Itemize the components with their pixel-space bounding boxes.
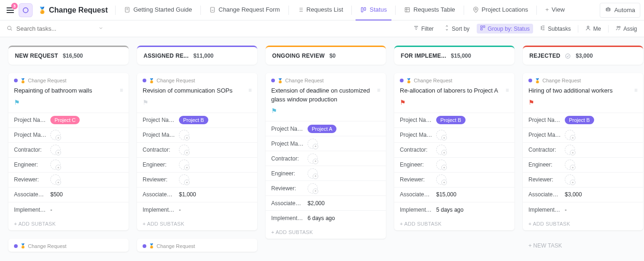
- column-header[interactable]: NEW REQUEST $16,500: [8, 46, 129, 65]
- tab-project-locations[interactable]: Project Locations: [468, 0, 533, 20]
- field-project[interactable]: Project Name:Project B: [394, 113, 514, 128]
- field-impl[interactable]: Implementat...-: [8, 202, 129, 217]
- field-contractor[interactable]: Contractor:: [523, 143, 643, 158]
- add-subtask-button[interactable]: + ADD SUBTASK: [266, 226, 386, 239]
- field-impl[interactable]: Implementat...-: [523, 202, 643, 217]
- assign-person-icon[interactable]: [50, 174, 61, 185]
- svg-point-17: [566, 54, 570, 58]
- card-title: Re-allocation of laborers to Project A: [400, 87, 498, 94]
- field-impl[interactable]: Implementat...6 days ago: [266, 211, 386, 226]
- field-engineer[interactable]: Engineer:: [137, 158, 257, 173]
- search-box[interactable]: [4, 25, 102, 33]
- field-contractor[interactable]: Contractor:: [394, 143, 514, 158]
- assign-person-icon[interactable]: [308, 168, 318, 179]
- add-subtask-button[interactable]: + ADD SUBTASK: [523, 217, 643, 230]
- tab-change-request-form[interactable]: Change Request Form: [205, 0, 285, 20]
- assign-person-icon[interactable]: [50, 160, 61, 170]
- assign-person-icon[interactable]: [565, 160, 575, 170]
- task-card[interactable]: 🏅 Change Request Re-allocation of labore…: [394, 73, 514, 230]
- field-pm[interactable]: Project Man...: [266, 136, 386, 151]
- field-pm[interactable]: Project Man...: [8, 128, 129, 143]
- field-engineer[interactable]: Engineer:: [266, 166, 386, 181]
- field-engineer[interactable]: Engineer:: [394, 158, 514, 173]
- chevron-down-icon[interactable]: [98, 26, 103, 32]
- field-reviewer[interactable]: Reviewer:: [8, 173, 129, 187]
- field-engineer[interactable]: Engineer:: [8, 158, 129, 173]
- field-impl[interactable]: Implementat...-: [137, 202, 257, 217]
- assign-person-icon[interactable]: [179, 130, 189, 140]
- field-cost[interactable]: Associated ...$3,000: [523, 187, 643, 202]
- tab-status[interactable]: Status: [356, 0, 391, 20]
- field-pm[interactable]: Project Man...: [523, 128, 643, 143]
- field-engineer[interactable]: Engineer:: [523, 158, 643, 173]
- field-cost[interactable]: Associated ...$500: [8, 187, 129, 202]
- task-card[interactable]: 🏅 Change Request: [137, 239, 257, 252]
- assign-person-icon[interactable]: [565, 130, 575, 140]
- field-project[interactable]: Project Name:Project B: [523, 113, 643, 128]
- field-reviewer[interactable]: Reviewer:: [523, 173, 643, 187]
- assign-person-icon[interactable]: [179, 160, 189, 170]
- assign-person-icon[interactable]: [436, 145, 446, 155]
- menu-button[interactable]: 3: [4, 4, 17, 17]
- group-by-button[interactable]: Group by: Status: [477, 24, 533, 33]
- column-header[interactable]: ONGOING REVIEW $0: [266, 46, 386, 65]
- field-project[interactable]: Project Name:Project A: [266, 121, 386, 136]
- field-reviewer[interactable]: Reviewer:: [266, 181, 386, 196]
- field-cost[interactable]: Associated ...$15,000: [394, 187, 514, 202]
- field-contractor[interactable]: Contractor:: [137, 143, 257, 158]
- tab-requests-table[interactable]: Requests Table: [399, 0, 459, 20]
- assignees-button[interactable]: Assig: [612, 24, 640, 33]
- workspace-button[interactable]: [19, 3, 33, 17]
- assign-person-icon[interactable]: [565, 145, 575, 155]
- task-card[interactable]: 🏅 Change Request Hiring of two additiona…: [523, 73, 643, 230]
- field-cost[interactable]: Associated ...$2,000: [266, 196, 386, 211]
- assign-person-icon[interactable]: [436, 174, 446, 185]
- page-title-group[interactable]: 🏅 Change Request: [34, 6, 111, 14]
- add-subtask-button[interactable]: + ADD SUBTASK: [394, 217, 514, 230]
- filter-button[interactable]: Filter: [410, 24, 437, 33]
- add-subtask-button[interactable]: + ADD SUBTASK: [8, 217, 129, 230]
- field-contractor[interactable]: Contractor:: [266, 151, 386, 166]
- field-project[interactable]: Project Name:Project B: [137, 113, 257, 128]
- assign-person-icon[interactable]: [308, 183, 318, 194]
- field-pm[interactable]: Project Man...: [394, 128, 514, 143]
- flag-icon[interactable]: ⚑: [271, 107, 380, 114]
- field-pm[interactable]: Project Man...: [137, 128, 257, 143]
- field-impl[interactable]: Implementat...5 days ago: [394, 202, 514, 217]
- flag-icon[interactable]: ⚑: [143, 99, 252, 106]
- add-subtask-button[interactable]: + ADD SUBTASK: [137, 217, 257, 230]
- field-project[interactable]: Project Name:Project C: [8, 113, 129, 128]
- task-card[interactable]: 🏅 Change Request Repainting of bathroom …: [8, 73, 129, 230]
- flag-icon[interactable]: ⚑: [14, 99, 123, 106]
- field-reviewer[interactable]: Reviewer:: [137, 173, 257, 187]
- field-reviewer[interactable]: Reviewer:: [394, 173, 514, 187]
- tab-requests-list[interactable]: Requests List: [293, 0, 348, 20]
- assign-person-icon[interactable]: [308, 154, 318, 164]
- flag-icon[interactable]: ⚑: [528, 99, 637, 106]
- add-view-button[interactable]: + View: [541, 0, 569, 20]
- task-card[interactable]: 🏅 Change Request Revision of communicati…: [137, 73, 257, 230]
- me-button[interactable]: Me: [582, 24, 604, 33]
- column-header[interactable]: REJECTED $3,000: [523, 46, 643, 65]
- assign-person-icon[interactable]: [436, 160, 446, 170]
- field-cost[interactable]: Associated ...$1,000: [137, 187, 257, 202]
- column-header[interactable]: FOR IMPLEME... $15,000: [394, 46, 514, 65]
- column-header[interactable]: ASSIGNED RE... $11,000: [137, 46, 257, 65]
- assign-person-icon[interactable]: [565, 174, 575, 185]
- subtasks-button[interactable]: Subtasks: [537, 24, 574, 33]
- assign-person-icon[interactable]: [436, 130, 446, 140]
- field-contractor[interactable]: Contractor:: [8, 143, 129, 158]
- tab-getting-started[interactable]: Getting Started Guide: [119, 0, 197, 20]
- flag-icon[interactable]: ⚑: [400, 99, 509, 106]
- assign-person-icon[interactable]: [179, 145, 189, 155]
- sort-by-button[interactable]: Sort by: [441, 24, 473, 33]
- automations-button[interactable]: Automa: [600, 3, 640, 18]
- assign-person-icon[interactable]: [308, 139, 318, 149]
- assign-person-icon[interactable]: [179, 174, 189, 185]
- assign-person-icon[interactable]: [50, 130, 61, 140]
- search-input[interactable]: [16, 25, 95, 32]
- assign-person-icon[interactable]: [50, 145, 61, 155]
- new-task-button[interactable]: + NEW TASK: [523, 239, 643, 253]
- task-card[interactable]: 🏅 Change Request: [8, 239, 129, 252]
- task-card[interactable]: 🏅 Change Request Extension of deadline o…: [266, 73, 386, 239]
